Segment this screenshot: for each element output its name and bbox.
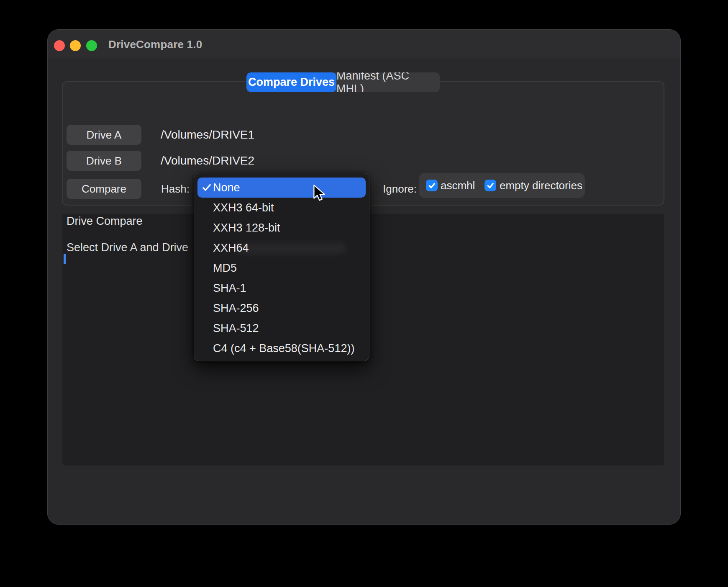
tab-compare-drives-label: Compare Drives bbox=[248, 76, 335, 89]
zoom-button[interactable] bbox=[86, 40, 97, 51]
menu-item-label: XXH64 bbox=[213, 242, 249, 255]
empty-directories-checkbox-label[interactable]: empty directories bbox=[500, 179, 582, 192]
drive-b-button-label: Drive B bbox=[86, 154, 122, 167]
results-title: Drive Compare bbox=[67, 215, 143, 228]
menu-checkmark-icon bbox=[202, 183, 212, 193]
ignore-options-group: ascmhl empty directories bbox=[419, 173, 585, 198]
drive-a-button-label: Drive A bbox=[87, 129, 122, 142]
menu-item-label: XXH3 128-bit bbox=[213, 221, 280, 234]
results-message: Select Drive A and Drive bbox=[67, 241, 188, 254]
ascmhl-checkbox-label[interactable]: ascmhl bbox=[441, 179, 475, 192]
menu-item-xxh3-64[interactable]: XXH3 64-bit bbox=[197, 198, 366, 218]
ascmhl-checkbox[interactable] bbox=[426, 180, 438, 191]
menu-item-xxh64[interactable]: XXH64 bbox=[197, 238, 366, 258]
drive-a-button[interactable]: Drive A bbox=[67, 125, 141, 145]
menu-item-label: SHA-1 bbox=[213, 282, 246, 295]
menu-item-label: SHA-256 bbox=[213, 302, 259, 315]
menu-item-label: MD5 bbox=[213, 262, 237, 275]
checkmark-icon bbox=[428, 181, 436, 190]
tab-bar: Compare Drives Manifest (ASC MHL) bbox=[246, 72, 440, 92]
drive-b-button[interactable]: Drive B bbox=[67, 151, 141, 171]
menu-item-label: XXH3 64-bit bbox=[213, 201, 274, 214]
mouse-cursor-icon bbox=[313, 184, 326, 203]
compare-button[interactable]: Compare bbox=[67, 179, 141, 199]
hash-label: Hash: bbox=[144, 182, 190, 196]
drive-a-path: /Volumes/DRIVE1 bbox=[161, 128, 254, 142]
menu-item-none[interactable]: None bbox=[197, 178, 366, 198]
menu-item-label: None bbox=[213, 181, 240, 194]
app-window: DriveCompare 1.0 Compare Drives Manifest… bbox=[47, 29, 681, 525]
tab-manifest-asc-mhl[interactable]: Manifest (ASC MHL) bbox=[336, 72, 440, 92]
tab-compare-drives[interactable]: Compare Drives bbox=[246, 72, 336, 92]
drive-b-path: /Volumes/DRIVE2 bbox=[161, 154, 254, 167]
menu-item-c4[interactable]: C4 (c4 + Base58(SHA-512)) bbox=[197, 338, 366, 358]
tab-manifest-label: Manifest (ASC MHL) bbox=[336, 72, 440, 92]
close-button[interactable] bbox=[54, 40, 65, 51]
menu-item-md5[interactable]: MD5 bbox=[197, 258, 366, 278]
menu-item-sha512[interactable]: SHA-512 bbox=[197, 318, 366, 338]
ignore-label: Ignore: bbox=[370, 182, 417, 196]
menu-item-label: C4 (c4 + Base58(SHA-512)) bbox=[213, 342, 354, 355]
compare-button-label: Compare bbox=[82, 183, 126, 196]
hash-dropdown-menu: None XXH3 64-bit XXH3 128-bit XXH64 MD5 … bbox=[194, 173, 369, 361]
minimize-button[interactable] bbox=[70, 40, 81, 51]
desktop: DriveCompare 1.0 Compare Drives Manifest… bbox=[0, 0, 728, 587]
menu-item-xxh3-128[interactable]: XXH3 128-bit bbox=[197, 218, 366, 238]
window-title: DriveCompare 1.0 bbox=[108, 30, 202, 59]
menu-item-label: SHA-512 bbox=[213, 322, 259, 335]
menu-item-sha256[interactable]: SHA-256 bbox=[197, 298, 366, 318]
empty-directories-checkbox[interactable] bbox=[484, 180, 496, 191]
checkmark-icon bbox=[486, 181, 495, 190]
titlebar[interactable]: DriveCompare 1.0 bbox=[48, 30, 680, 59]
text-caret bbox=[64, 254, 66, 264]
menu-item-sha1[interactable]: SHA-1 bbox=[197, 278, 366, 298]
